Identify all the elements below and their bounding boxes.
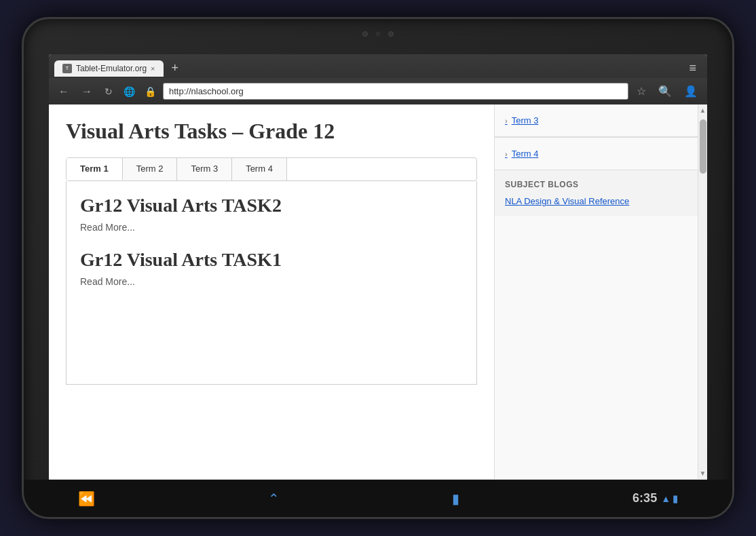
browser-chrome: T Tablet-Emulator.org × + ≡ ← → ↻ 🌐 🔒 ht… (49, 54, 707, 104)
term4-label: Term 4 (512, 149, 539, 159)
sidebar-term3-link[interactable]: › Term 3 (505, 113, 687, 128)
camera-dot-2 (388, 31, 394, 37)
address-bar[interactable]: http://nlaschool.org (163, 83, 628, 100)
task2-title: Gr12 Visual Arts TASK2 (80, 195, 463, 216)
browser-menu-button[interactable]: ≡ (683, 58, 702, 78)
tab-bar: T Tablet-Emulator.org × + ≡ (49, 54, 707, 78)
task1-read-more[interactable]: Read More... (80, 276, 463, 287)
term3-label: Term 3 (512, 115, 539, 126)
bookmark-button[interactable]: ☆ (632, 82, 650, 100)
scrollbar-thumb[interactable] (700, 119, 706, 174)
chevron-right-icon-2: › (505, 150, 508, 158)
browser-content: Visual Arts Tasks – Grade 12 Term 1 Term… (49, 104, 707, 479)
battery-icon: ▮ (673, 493, 678, 504)
mic-dot (376, 32, 380, 36)
page-title: Visual Arts Tasks – Grade 12 (66, 118, 477, 144)
tablet-frame: T Tablet-Emulator.org × + ≡ ← → ↻ 🌐 🔒 ht… (22, 17, 734, 519)
tab-term4[interactable]: Term 4 (232, 158, 287, 180)
blog-link[interactable]: NLA Design & Visual Reference (505, 196, 687, 206)
back-button[interactable]: ← (54, 83, 73, 100)
signal-icons: ▲ ▮ (661, 493, 678, 504)
url-text: http://nlaschool.org (169, 86, 244, 96)
tab-term2[interactable]: Term 2 (123, 158, 178, 180)
main-content: Visual Arts Tasks – Grade 12 Term 1 Term… (49, 104, 494, 479)
android-back-button[interactable]: ⏪ (78, 491, 95, 507)
tablet-top-bar (362, 31, 394, 37)
scroll-up-arrow[interactable]: ▲ (700, 104, 706, 116)
subject-blogs-section: SUBJECT BLOGS NLA Design & Visual Refere… (495, 170, 698, 216)
browser-tab[interactable]: T Tablet-Emulator.org × (54, 60, 164, 77)
sidebar-term3-section: › Term 3 (495, 104, 698, 137)
globe-icon: 🌐 (121, 83, 138, 100)
subject-blogs-title: SUBJECT BLOGS (505, 180, 687, 189)
time-display: 6:35 ▲ ▮ (632, 491, 678, 505)
task2-read-more[interactable]: Read More... (80, 222, 463, 233)
sidebar: › Term 3 › Term 4 SUBJECT BLOGS NLA (494, 104, 698, 479)
tab-title: Tablet-Emulator.org (76, 64, 147, 73)
new-tab-button[interactable]: + (166, 61, 185, 75)
user-button[interactable]: 👤 (680, 82, 702, 100)
search-button[interactable]: 🔍 (654, 82, 676, 100)
forward-button[interactable]: → (77, 83, 96, 100)
time-text: 6:35 (632, 491, 657, 505)
tab-term3[interactable]: Term 3 (177, 158, 232, 180)
tablet-bottom-bar: ⏪ ⌃ ▮ 6:35 ▲ ▮ (24, 480, 732, 517)
sidebar-term4-link[interactable]: › Term 4 (505, 146, 687, 161)
sidebar-term4-section: › Term 4 (495, 138, 698, 170)
term-tabs: Term 1 Term 2 Term 3 Term 4 (66, 157, 477, 181)
tab-term1[interactable]: Term 1 (67, 158, 123, 180)
scrollbar-track[interactable] (700, 116, 706, 467)
nav-bar: ← → ↻ 🌐 🔒 http://nlaschool.org ☆ 🔍 👤 (49, 78, 707, 104)
chevron-right-icon: › (505, 117, 508, 125)
vertical-scrollbar[interactable]: ▲ ▼ (698, 104, 707, 479)
scroll-down-arrow[interactable]: ▼ (700, 467, 706, 479)
android-apps-button[interactable]: ▮ (452, 491, 459, 507)
refresh-button[interactable]: ↻ (100, 83, 117, 100)
content-box: Gr12 Visual Arts TASK2 Read More... Gr12… (66, 181, 477, 385)
signal-icon: ▲ (661, 493, 670, 504)
browser-window: T Tablet-Emulator.org × + ≡ ← → ↻ 🌐 🔒 ht… (49, 54, 707, 489)
tab-favicon: T (62, 64, 72, 73)
android-home-button[interactable]: ⌃ (268, 491, 280, 507)
tab-close-button[interactable]: × (151, 64, 155, 73)
camera-dot (362, 31, 368, 37)
lock-icon: 🔒 (142, 83, 159, 100)
task1-title: Gr12 Visual Arts TASK1 (80, 249, 463, 271)
